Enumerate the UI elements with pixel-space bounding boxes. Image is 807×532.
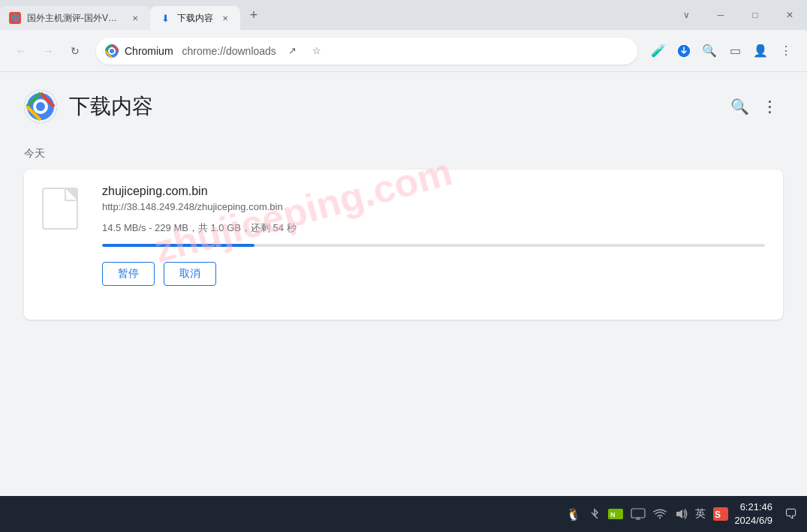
- taskbar-icons: 🐧 N: [566, 507, 728, 521]
- chevron-down-button[interactable]: ∨: [669, 0, 703, 30]
- new-tab-button[interactable]: +: [243, 5, 264, 26]
- download-card: zhujiceping.com.bin http://38.148.249.24…: [24, 170, 783, 320]
- page-search-icon[interactable]: 🔍: [726, 93, 753, 120]
- svg-text:S: S: [715, 509, 721, 520]
- tab-strip: 🌐 国外主机测评-国外VPS、国… ✕ ⬇ 下载内容 ✕ +: [0, 0, 669, 30]
- tab1-close[interactable]: ✕: [129, 12, 141, 24]
- cancel-button[interactable]: 取消: [164, 262, 216, 286]
- titlebar: 🌐 国外主机测评-国外VPS、国… ✕ ⬇ 下载内容 ✕ + ∨ ─ □ ✕: [0, 0, 807, 30]
- tab-2[interactable]: ⬇ 下载内容 ✕: [150, 6, 240, 30]
- tab2-close[interactable]: ✕: [219, 12, 231, 24]
- page-header-actions: 🔍 ⋮: [726, 93, 783, 120]
- window-controls: ∨ ─ □ ✕: [669, 0, 807, 30]
- wifi-icon[interactable]: [653, 509, 667, 519]
- bluetooth-icon[interactable]: [589, 508, 601, 520]
- minimize-button[interactable]: ─: [703, 0, 738, 30]
- page-header: 下载内容 🔍 ⋮: [24, 90, 783, 123]
- address-bar[interactable]: Chromium chrome://downloads ↗ ☆: [96, 38, 637, 65]
- forward-button[interactable]: →: [36, 39, 60, 63]
- share-icon[interactable]: ↗: [282, 41, 303, 62]
- close-button[interactable]: ✕: [772, 0, 807, 30]
- taskbar-time: 6:21:46 2024/6/9: [734, 500, 772, 527]
- display-icon[interactable]: [631, 508, 646, 520]
- account-icon[interactable]: 👤: [748, 39, 772, 63]
- tab2-label: 下载内容: [177, 12, 213, 25]
- downloads-icon[interactable]: [672, 39, 696, 63]
- url-display: chrome://downloads: [182, 45, 276, 57]
- menu-icon[interactable]: ⋮: [774, 39, 798, 63]
- address-actions: ↗ ☆: [282, 41, 327, 62]
- site-name: Chromium: [125, 45, 173, 57]
- back-button[interactable]: ←: [9, 39, 33, 63]
- main-content: 下载内容 🔍 ⋮ 今天 zhujiceping.com.bin http://3…: [0, 72, 807, 496]
- notification-icon[interactable]: 🗨: [784, 506, 798, 522]
- reload-button[interactable]: ↻: [63, 39, 87, 63]
- download-actions: 暂停 取消: [102, 262, 765, 286]
- tab-1[interactable]: 🌐 国外主机测评-国外VPS、国… ✕: [0, 6, 150, 30]
- toolbar-icons: 🧪 🔍 ▭ 👤 ⋮: [646, 39, 798, 63]
- download-info: zhujiceping.com.bin http://38.148.249.24…: [102, 185, 765, 305]
- svg-point-7: [36, 102, 45, 111]
- bookmark-icon[interactable]: ☆: [306, 41, 327, 62]
- progress-bar-container: [102, 244, 765, 247]
- sogou-icon[interactable]: S: [713, 507, 728, 521]
- svg-rect-10: [631, 509, 645, 518]
- pause-button[interactable]: 暂停: [102, 262, 155, 286]
- date-display: 2024/6/9: [734, 514, 772, 527]
- taskbar-icon-1[interactable]: 🐧: [566, 507, 581, 521]
- page-title: 下载内容: [69, 92, 153, 121]
- download-url: http://38.148.249.248/zhujiceping.com.bi…: [102, 201, 765, 212]
- page-header-left: 下载内容: [24, 90, 153, 123]
- file-icon-container: [42, 185, 87, 305]
- download-status: 14.5 MB/s - 229 MB，共 1.0 GB，还剩 54 秒: [102, 221, 765, 235]
- file-icon: [42, 188, 78, 230]
- progress-bar-fill: [102, 244, 254, 247]
- search-icon[interactable]: 🔍: [697, 39, 721, 63]
- time-display: 6:21:46: [734, 500, 772, 514]
- site-favicon: [105, 44, 119, 58]
- maximize-button[interactable]: □: [738, 0, 772, 30]
- svg-point-2: [110, 49, 114, 53]
- extensions-icon[interactable]: 🧪: [646, 39, 670, 63]
- tab2-favicon: ⬇: [159, 12, 171, 24]
- volume-icon[interactable]: [674, 508, 688, 520]
- page-menu-icon[interactable]: ⋮: [756, 93, 783, 120]
- svg-text:N: N: [610, 511, 616, 518]
- navbar: ← → ↻ Chromium chrome://downloads ↗ ☆ 🧪: [0, 30, 807, 72]
- taskbar: 🐧 N: [0, 496, 807, 532]
- tab1-label: 国外主机测评-国外VPS、国…: [27, 12, 123, 25]
- page-logo: [24, 90, 57, 123]
- section-title-today: 今天: [24, 147, 783, 161]
- nvidia-icon[interactable]: N: [608, 509, 623, 519]
- tab1-favicon: 🌐: [9, 12, 21, 24]
- language-indicator[interactable]: 英: [695, 507, 706, 521]
- file-icon-fold: [66, 189, 77, 200]
- download-filename: zhujiceping.com.bin: [102, 185, 765, 198]
- sidebar-icon[interactable]: ▭: [723, 39, 747, 63]
